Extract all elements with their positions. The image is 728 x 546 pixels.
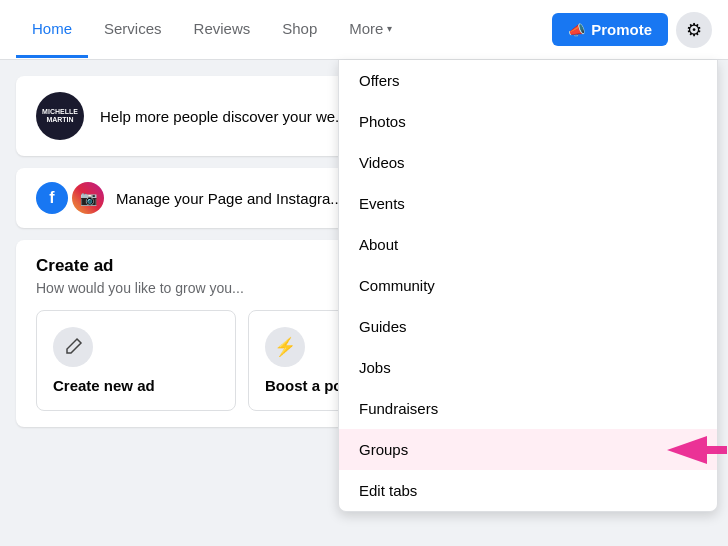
tab-home[interactable]: Home [16, 2, 88, 58]
avatar-text-line1: MICHELLE [42, 108, 78, 116]
dropdown-item-edit-tabs[interactable]: Edit tabs [339, 470, 717, 511]
social-icons: f 📷 [36, 182, 104, 214]
dropdown-item-fundraisers[interactable]: Fundraisers [339, 388, 717, 429]
avatar: MICHELLE MARTIN [36, 92, 84, 140]
nav-tabs: Home Services Reviews Shop More ▾ [16, 2, 552, 58]
tab-shop[interactable]: Shop [266, 2, 333, 58]
dropdown-item-community[interactable]: Community [339, 265, 717, 306]
tab-reviews[interactable]: Reviews [178, 2, 267, 58]
create-ad-icon [53, 327, 93, 367]
tab-more-label: More [349, 20, 383, 37]
dropdown-item-photos[interactable]: Photos [339, 101, 717, 142]
tab-more[interactable]: More ▾ [333, 2, 408, 58]
gear-icon: ⚙ [686, 19, 702, 41]
chevron-down-icon: ▾ [387, 23, 392, 34]
tab-services[interactable]: Services [88, 2, 178, 58]
instagram-icon: 📷 [72, 182, 104, 214]
dropdown-item-jobs[interactable]: Jobs [339, 347, 717, 388]
facebook-icon: f [36, 182, 68, 214]
create-new-ad-label: Create new ad [53, 377, 155, 394]
dropdown-item-groups-label: Groups [359, 441, 408, 458]
dropdown-item-groups[interactable]: Groups [339, 429, 717, 470]
arrow-icon [667, 436, 727, 464]
settings-button[interactable]: ⚙ [676, 12, 712, 48]
dropdown-item-guides[interactable]: Guides [339, 306, 717, 347]
boost-post-icon: ⚡ [265, 327, 305, 367]
promote-button[interactable]: 📣 Promote [552, 13, 668, 46]
promote-button-label: Promote [591, 21, 652, 38]
svg-marker-0 [667, 436, 727, 464]
megaphone-icon: 📣 [568, 22, 585, 38]
create-new-ad-option[interactable]: Create new ad [36, 310, 236, 411]
dropdown-item-about[interactable]: About [339, 224, 717, 265]
dropdown-item-offers[interactable]: Offers [339, 60, 717, 101]
dropdown-item-events[interactable]: Events [339, 183, 717, 224]
manage-text: Manage your Page and Instagra... [116, 190, 343, 207]
avatar-inner: MICHELLE MARTIN [36, 92, 84, 140]
dropdown-item-videos[interactable]: Videos [339, 142, 717, 183]
more-dropdown: Offers Photos Videos Events About Commun… [338, 60, 718, 512]
avatar-text-line2: MARTIN [46, 116, 73, 124]
nav-bar: Home Services Reviews Shop More ▾ 📣 Prom… [0, 0, 728, 60]
